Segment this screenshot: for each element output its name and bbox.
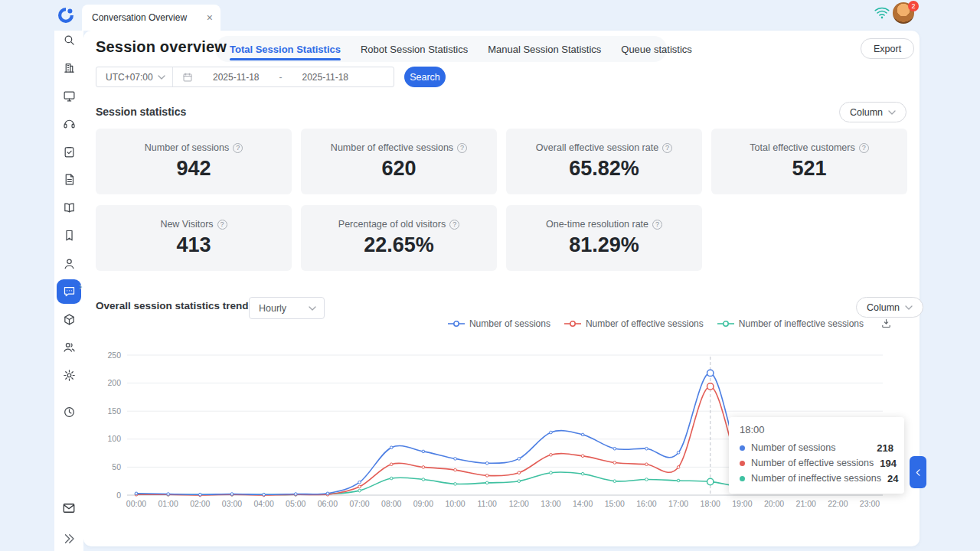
tab-total-session-statistics[interactable]: Total Session Statistics: [230, 36, 341, 62]
stat-value: 620: [381, 157, 416, 181]
sidebar-item-service[interactable]: [54, 110, 83, 139]
sidebar-item-history[interactable]: [54, 399, 83, 427]
interval-select[interactable]: Hourly: [249, 297, 325, 319]
svg-text:15:00: 15:00: [605, 499, 625, 508]
legend-item-ineffective-sessions[interactable]: Number of ineffective sessions: [717, 318, 864, 329]
chevron-down-icon: [309, 306, 316, 311]
stat-value: 22.65%: [364, 233, 434, 257]
svg-text:19:00: 19:00: [732, 499, 752, 508]
legend-item-sessions[interactable]: Number of sessions: [448, 318, 550, 329]
search-icon: [63, 34, 76, 47]
chart-tooltip: 18:00 Number of sessions 218 Number of e…: [729, 417, 904, 494]
tab-manual-session-statistics[interactable]: Manual Session Statistics: [488, 36, 601, 62]
svg-text:00:00: 00:00: [126, 499, 146, 508]
svg-text:50: 50: [112, 462, 121, 471]
sidebar-item-feedback[interactable]: [54, 499, 83, 517]
help-icon[interactable]: ?: [449, 220, 459, 230]
svg-text:02:00: 02:00: [190, 499, 210, 508]
help-icon[interactable]: ?: [233, 143, 243, 153]
section-title-session-statistics: Session statistics: [96, 106, 186, 118]
series-dot-icon: [740, 461, 745, 466]
double-chevron-right-icon: [62, 532, 76, 546]
sidebar-item-workbench[interactable]: [54, 82, 83, 110]
active-tab-underline: [230, 58, 341, 60]
headset-icon: [63, 117, 76, 130]
tooltip-row: Number of ineffective sessions 24: [740, 471, 893, 486]
help-icon[interactable]: ?: [662, 143, 672, 153]
sidebar-expand-button[interactable]: [54, 530, 83, 548]
svg-text:07:00: 07:00: [349, 499, 369, 508]
svg-text:03:00: 03:00: [222, 499, 242, 508]
browser-tab-title: Conversation Overview: [92, 12, 187, 23]
tooltip-row: Number of effective sessions 194: [740, 455, 893, 471]
svg-text:21:00: 21:00: [796, 499, 816, 508]
sidebar-item-bookmarks[interactable]: [54, 222, 83, 250]
tooltip-time: 18:00: [740, 424, 893, 435]
tooltip-row: Number of sessions 218: [740, 440, 893, 455]
date-range-separator: -: [279, 72, 283, 83]
svg-text:150: 150: [107, 406, 121, 416]
sidebar-item-settings[interactable]: [54, 361, 83, 390]
browser-tab[interactable]: Conversation Overview ×: [82, 5, 220, 31]
clock-icon: [63, 406, 76, 419]
chart-legend: Number of sessions Number of effective s…: [444, 318, 892, 329]
tab-queue-statistics[interactable]: Queue statistics: [621, 36, 692, 62]
stat-value: 81.29%: [569, 233, 639, 257]
svg-text:06:00: 06:00: [318, 499, 338, 508]
clipboard-check-icon: [63, 145, 76, 158]
sidebar-item-customers[interactable]: [54, 334, 83, 362]
svg-text:250: 250: [107, 350, 121, 360]
sidebar-item-knowledge[interactable]: [54, 194, 83, 222]
sidebar-item-contacts[interactable]: [54, 249, 83, 278]
sidebar-flyout-chevron[interactable]: ›: [79, 280, 83, 292]
legend-marker-icon: [564, 320, 581, 328]
svg-text:200: 200: [107, 378, 121, 387]
legend-item-effective-sessions[interactable]: Number of effective sessions: [564, 318, 704, 329]
sidebar-item-search[interactable]: [54, 26, 83, 54]
panel-collapse-button[interactable]: [910, 456, 926, 488]
calendar-icon[interactable]: [182, 72, 193, 83]
help-icon[interactable]: ?: [652, 220, 662, 230]
column-settings-button[interactable]: Column: [839, 102, 906, 122]
legend-marker-icon: [448, 320, 465, 328]
help-icon[interactable]: ?: [457, 143, 467, 153]
app-logo-icon: [57, 6, 75, 24]
sidebar-item-organization[interactable]: [54, 54, 83, 83]
active-item-highlight: [57, 279, 81, 304]
svg-text:10:00: 10:00: [445, 499, 465, 508]
close-icon[interactable]: ×: [207, 12, 213, 23]
book-icon: [63, 201, 76, 214]
start-date-input[interactable]: 2025-11-18: [213, 72, 260, 83]
chevron-down-icon: [888, 110, 896, 115]
download-icon[interactable]: [880, 318, 892, 329]
help-icon[interactable]: ?: [217, 220, 227, 230]
sidebar-list: [54, 26, 83, 426]
search-button[interactable]: Search: [404, 67, 446, 87]
svg-text:20:00: 20:00: [764, 499, 784, 508]
stat-card-effective-sessions: Number of effective sessions? 620: [301, 129, 497, 194]
svg-text:09:00: 09:00: [413, 499, 433, 508]
tab-robot-session-statistics[interactable]: Robot Session Statistics: [361, 36, 468, 62]
chevron-down-icon: [905, 305, 913, 310]
bookmark-icon: [63, 229, 76, 242]
legend-marker-icon: [717, 320, 734, 328]
tab-bar: Total Session Statistics Robot Session S…: [230, 36, 692, 62]
sidebar-item-packages[interactable]: [54, 305, 83, 334]
sidebar-item-documents[interactable]: [54, 166, 83, 194]
stat-value: 942: [176, 157, 211, 181]
chevron-down-icon: [158, 75, 165, 80]
svg-text:08:00: 08:00: [381, 499, 401, 508]
svg-text:12:00: 12:00: [509, 499, 529, 508]
help-icon[interactable]: ?: [859, 143, 869, 153]
end-date-input[interactable]: 2025-11-18: [302, 72, 349, 83]
svg-text:11:00: 11:00: [477, 499, 497, 508]
timezone-select[interactable]: UTC+07:00: [96, 67, 173, 86]
gear-icon: [63, 369, 76, 382]
sidebar-item-tasks[interactable]: [54, 138, 83, 166]
export-button[interactable]: Export: [861, 38, 914, 59]
building-icon: [63, 61, 76, 74]
wifi-icon[interactable]: [874, 4, 890, 21]
stat-card-sessions: Number of sessions? 942: [96, 129, 292, 194]
trend-column-settings-button[interactable]: Column: [856, 297, 923, 318]
stat-card-effective-rate: Overall effective session rate? 65.82%: [506, 129, 702, 194]
